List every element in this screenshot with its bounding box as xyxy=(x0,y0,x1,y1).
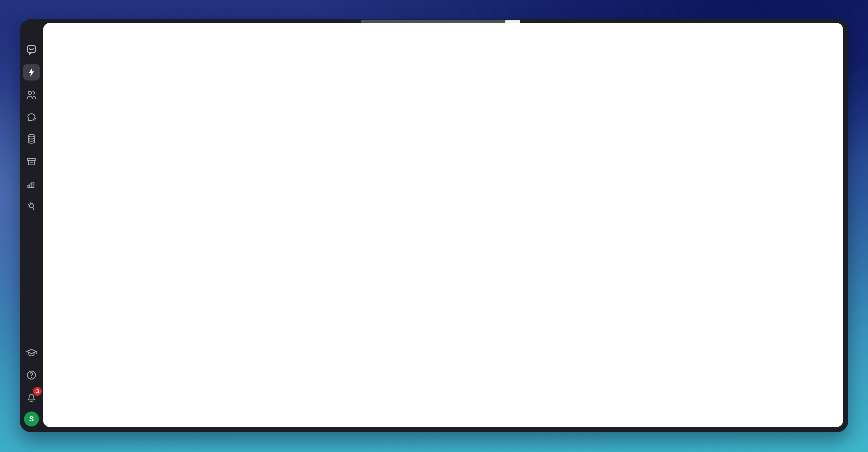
help-circle-icon xyxy=(26,369,37,381)
sidebar: ? xyxy=(20,19,43,432)
notification-badge: 3 xyxy=(33,387,42,396)
sidebar-item-users[interactable] xyxy=(23,87,40,103)
sidebar-item-integrations[interactable] xyxy=(23,198,40,214)
plug-icon xyxy=(26,200,37,211)
sidebar-item-academy[interactable] xyxy=(23,345,40,361)
avatar: S xyxy=(24,412,39,426)
main-panel xyxy=(43,23,843,427)
lightning-bolt-icon xyxy=(26,67,37,77)
sidebar-item-data[interactable] xyxy=(23,131,40,147)
users-icon xyxy=(26,89,37,101)
sidebar-item-archive[interactable] xyxy=(23,153,40,170)
svg-text:?: ? xyxy=(33,117,36,122)
sidebar-item-logo[interactable] xyxy=(23,41,40,58)
database-icon xyxy=(26,133,37,144)
chatbot-logo-icon xyxy=(26,44,37,55)
bar-chart-icon xyxy=(26,178,37,189)
graduation-cap-icon xyxy=(26,347,37,359)
chat-question-icon: ? xyxy=(26,111,37,123)
sidebar-item-help[interactable] xyxy=(23,367,40,384)
sidebar-item-account[interactable]: S xyxy=(23,411,40,427)
sidebar-item-reports[interactable] xyxy=(23,175,40,192)
sidebar-item-notifications[interactable]: 3 xyxy=(23,389,40,405)
desktop-background: ? xyxy=(0,0,868,452)
archive-box-icon xyxy=(26,156,37,167)
sidebar-item-chats[interactable]: ? xyxy=(23,109,40,125)
sidebar-item-templates[interactable] xyxy=(23,64,40,81)
